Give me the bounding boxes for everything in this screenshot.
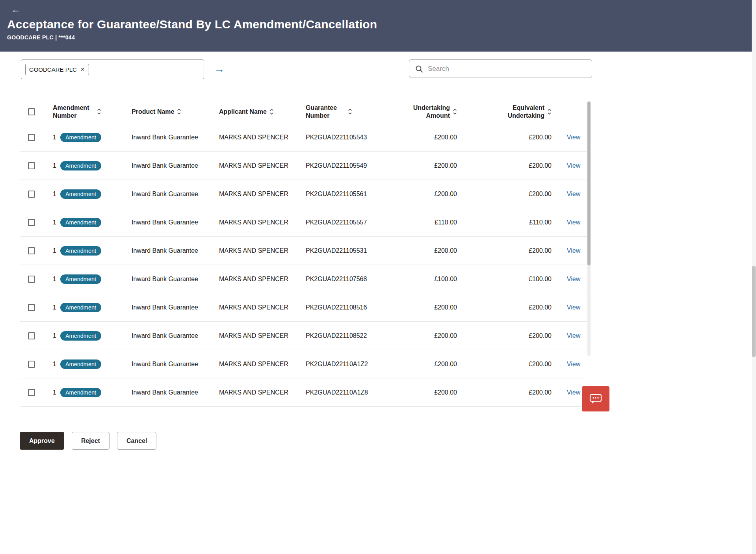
column-amendment-number[interactable]: Amendment Number — [43, 100, 122, 123]
page-scrollbar-thumb[interactable] — [752, 266, 756, 357]
applicant-name: MARKS AND SPENCER — [210, 378, 296, 406]
view-link[interactable]: View — [567, 332, 580, 339]
party-filter-input[interactable]: GOODCARE PLC ✕ — [21, 59, 204, 79]
table-row: 1 Amendment Inward Bank Guarantee MARKS … — [20, 378, 587, 407]
view-link[interactable]: View — [567, 219, 580, 226]
applicant-name: MARKS AND SPENCER — [210, 208, 296, 236]
equivalent-undertaking: £110.00 — [466, 208, 560, 236]
amendment-number: 1 — [53, 276, 56, 283]
page: ← Acceptance for Guarantee/Stand By LC A… — [0, 0, 756, 554]
amendment-badge: Amendment — [60, 359, 101, 369]
table-row: 1 Amendment Inward Bank Guarantee MARKS … — [20, 322, 587, 350]
amendment-badge: Amendment — [60, 246, 101, 256]
column-equivalent-undertaking[interactable]: Equivalent Undertaking — [466, 100, 560, 123]
guarantee-number: PK2GUAD221105531 — [296, 237, 387, 265]
approve-button[interactable]: Approve — [20, 432, 64, 450]
column-product-name[interactable]: Product Name — [122, 100, 210, 123]
guarantee-number: PK2GUAD221107568 — [296, 265, 387, 293]
column-undertaking-amount[interactable]: Undertaking Amount — [387, 100, 466, 123]
amendment-number: 1 — [53, 389, 56, 396]
undertaking-amount: £200.00 — [387, 152, 466, 180]
view-link[interactable]: View — [567, 162, 580, 169]
table-row: 1 Amendment Inward Bank Guarantee MARKS … — [20, 350, 587, 378]
amendment-number: 1 — [53, 219, 56, 226]
amendment-number: 1 — [53, 332, 56, 339]
party-chip: GOODCARE PLC ✕ — [25, 64, 89, 75]
sort-icon[interactable] — [348, 108, 352, 115]
party-chip-label: GOODCARE PLC — [29, 66, 77, 73]
cancel-button[interactable]: Cancel — [117, 432, 156, 450]
equivalent-undertaking: £200.00 — [466, 152, 560, 180]
view-link[interactable]: View — [567, 389, 580, 396]
table-row: 1 Amendment Inward Bank Guarantee MARKS … — [20, 208, 587, 237]
view-link[interactable]: View — [567, 191, 580, 198]
table-row: 1 Amendment Inward Bank Guarantee MARKS … — [20, 237, 587, 265]
applicant-name: MARKS AND SPENCER — [210, 350, 296, 378]
guarantee-number: PK2GUAD221105543 — [296, 123, 387, 151]
column-guarantee-number[interactable]: Guarantee Number — [296, 100, 387, 123]
amendment-badge: Amendment — [60, 218, 101, 227]
row-checkbox[interactable] — [28, 304, 35, 311]
amendment-badge: Amendment — [60, 388, 101, 397]
view-link[interactable]: View — [567, 276, 580, 283]
product-name: Inward Bank Guarantee — [122, 350, 210, 378]
sort-icon[interactable] — [453, 108, 457, 115]
view-link[interactable]: View — [567, 247, 580, 254]
amendment-number: 1 — [53, 361, 56, 368]
table-row: 1 Amendment Inward Bank Guarantee MARKS … — [20, 293, 587, 322]
guarantee-number: PK2GUAD22110A1Z2 — [296, 350, 387, 378]
row-checkbox[interactable] — [28, 191, 35, 198]
row-checkbox[interactable] — [28, 134, 35, 141]
undertaking-amount: £110.00 — [387, 208, 466, 236]
undertaking-amount: £100.00 — [387, 265, 466, 293]
table-scrollbar-thumb[interactable] — [587, 102, 591, 265]
sort-icon[interactable] — [177, 108, 181, 115]
row-checkbox[interactable] — [28, 162, 35, 169]
product-name: Inward Bank Guarantee — [122, 265, 210, 293]
sort-icon[interactable] — [269, 108, 274, 115]
footer-actions: Approve Reject Cancel — [20, 432, 156, 450]
chip-close-icon[interactable]: ✕ — [80, 67, 85, 72]
amendment-badge: Amendment — [60, 303, 101, 312]
chat-bubble-icon — [589, 393, 602, 405]
guarantee-number: PK2GUAD221105549 — [296, 152, 387, 180]
chat-button[interactable] — [582, 386, 609, 411]
undertaking-amount: £200.00 — [387, 293, 466, 321]
row-checkbox[interactable] — [28, 276, 35, 283]
equivalent-undertaking: £200.00 — [466, 123, 560, 151]
undertaking-amount: £200.00 — [387, 237, 466, 265]
applicant-name: MARKS AND SPENCER — [210, 237, 296, 265]
amendment-number: 1 — [53, 191, 56, 198]
row-checkbox[interactable] — [28, 389, 35, 396]
reject-button[interactable]: Reject — [72, 432, 110, 450]
table-row: 1 Amendment Inward Bank Guarantee MARKS … — [20, 180, 587, 208]
row-checkbox[interactable] — [28, 219, 35, 226]
product-name: Inward Bank Guarantee — [122, 123, 210, 151]
search-icon — [415, 65, 423, 73]
row-checkbox[interactable] — [28, 247, 35, 254]
apply-filter-arrow-button[interactable]: → — [214, 63, 225, 75]
column-applicant-name[interactable]: Applicant Name — [210, 100, 296, 123]
equivalent-undertaking: £200.00 — [466, 350, 560, 378]
sort-icon[interactable] — [547, 108, 552, 115]
page-subtitle: GOODCARE PLC | ***044 — [7, 34, 749, 41]
search-box — [409, 59, 592, 78]
amendments-table: Amendment Number Product Name Applicant … — [20, 100, 587, 407]
product-name: Inward Bank Guarantee — [122, 293, 210, 321]
table-body: 1 Amendment Inward Bank Guarantee MARKS … — [20, 123, 587, 407]
view-link[interactable]: View — [567, 304, 580, 311]
sort-icon[interactable] — [97, 108, 101, 115]
search-input[interactable] — [428, 65, 586, 73]
amendment-number: 1 — [53, 134, 56, 141]
equivalent-undertaking: £100.00 — [466, 265, 560, 293]
view-link[interactable]: View — [567, 361, 580, 368]
select-all-checkbox[interactable] — [28, 108, 35, 115]
back-arrow-icon[interactable]: ← — [11, 5, 20, 14]
equivalent-undertaking: £200.00 — [466, 293, 560, 321]
table-row: 1 Amendment Inward Bank Guarantee MARKS … — [20, 265, 587, 293]
undertaking-amount: £200.00 — [387, 180, 466, 208]
view-link[interactable]: View — [567, 134, 580, 141]
row-checkbox[interactable] — [28, 361, 35, 368]
table-row: 1 Amendment Inward Bank Guarantee MARKS … — [20, 123, 587, 152]
row-checkbox[interactable] — [28, 332, 35, 339]
